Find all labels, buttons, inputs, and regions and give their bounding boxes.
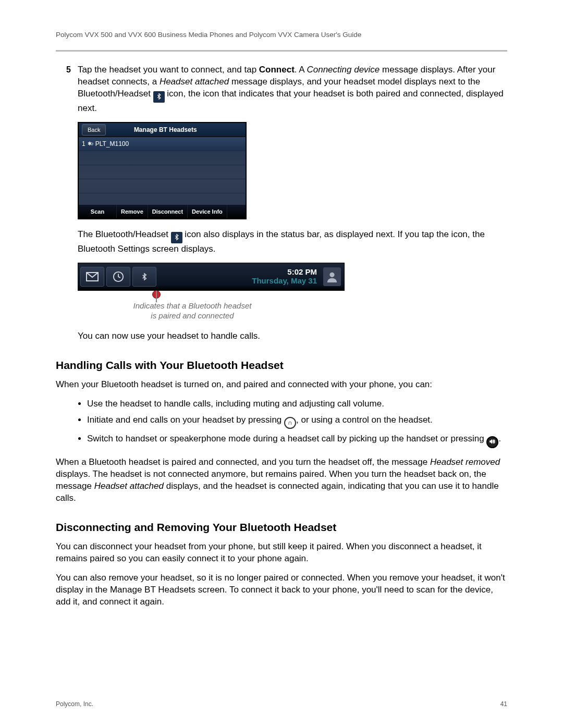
bluetooth-headset-icon: ✱♪ <box>88 140 93 147</box>
para-disc2: You can also remove your headset, so it … <box>56 572 507 608</box>
step-number: 5 <box>66 64 71 76</box>
bullet: Switch to handset or speakerphone mode d… <box>87 433 507 448</box>
para-use-headset: You can now use your headset to handle c… <box>78 330 507 342</box>
device-info-button: Device Info <box>188 205 227 218</box>
scan-button: Scan <box>79 205 117 218</box>
footer-company: Polycom, Inc. <box>56 700 93 708</box>
svg-point-2 <box>329 273 334 277</box>
bullet: Initiate and end calls on your headset b… <box>87 414 507 429</box>
speaker-button-icon: 🔊︎ <box>486 436 498 448</box>
screen-title: Manage BT Headsets <box>85 126 246 134</box>
bluetooth-headset-icon <box>153 91 165 103</box>
avatar-icon <box>323 267 341 286</box>
header-rule <box>56 50 507 52</box>
status-bar-screenshot: 5:02 PM Thursday, May 31 Indicates that … <box>78 263 345 321</box>
status-time: 5:02 PM <box>156 268 317 277</box>
para-headset-removed: When a Bluetooth headset is paired and c… <box>56 456 507 504</box>
step-text: Tap the headset you want to connect, and… <box>78 64 507 115</box>
remove-button: Remove <box>117 205 148 218</box>
headset-button-icon: ∩ <box>284 417 296 429</box>
para-disc1: You can disconnect your headset from you… <box>56 541 507 565</box>
clock-icon <box>106 267 130 287</box>
bluetooth-headset-icon <box>171 232 182 243</box>
caption: Indicates that a Bluetooth headsetis pai… <box>109 301 276 321</box>
heading-handling-calls: Handling Calls with Your Bluetooth Heads… <box>56 358 507 373</box>
envelope-icon <box>80 267 104 287</box>
bluetooth-headset-icon <box>132 267 156 287</box>
manage-bt-headsets-screenshot: Back Manage BT Headsets 1 ✱♪ PLT_M1100 S… <box>78 122 247 219</box>
running-head: Polycom VVX 500 and VVX 600 Business Med… <box>56 30 507 40</box>
footer-page-number: 41 <box>500 700 507 708</box>
para-status-icon: The Bluetooth/Headset icon also displays… <box>78 229 507 255</box>
disconnect-button: Disconnect <box>148 205 188 218</box>
headset-list-row: 1 ✱♪ PLT_M1100 <box>79 137 246 151</box>
bullet: Use the headset to handle calls, includi… <box>87 398 507 410</box>
para-handling-intro: When your Bluetooth headset is turned on… <box>56 379 507 391</box>
heading-disconnecting: Disconnecting and Removing Your Bluetoot… <box>56 520 507 535</box>
callout-pin <box>152 290 161 299</box>
status-date: Thursday, May 31 <box>156 277 317 286</box>
